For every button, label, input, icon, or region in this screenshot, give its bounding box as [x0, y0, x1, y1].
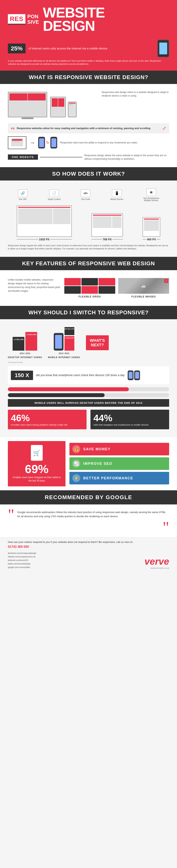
- section2-header: SO HOW DOES IT WORK?: [0, 167, 177, 181]
- mobile-year-2015: 2015: [65, 352, 69, 354]
- one-website-label: ONE WEBSITE: [8, 154, 38, 160]
- stat-box-44: 44% claim that navigation was troublesom…: [91, 410, 169, 429]
- tablet-section: 🛒 69% of tablet users have shopped via t…: [0, 437, 177, 490]
- times-row: 150 X did you know that smartphone users…: [8, 366, 169, 384]
- hero-stat-section: 25% of internet users only access the in…: [0, 37, 177, 71]
- recommended-title: RECOMMENDED BY GOOGLE: [8, 494, 169, 500]
- comscore-note: *ComScore Survey: [8, 362, 169, 363]
- flexible-grids-visual: FLEXIBLE GRIDS: [64, 278, 115, 298]
- performance-icon: ⚡: [72, 474, 80, 482]
- bracket-460: 460 PX: [143, 238, 160, 241]
- what-is-section: Responsive web design refers to a websit…: [0, 84, 177, 167]
- desktop-year-2015: 2015: [25, 352, 30, 354]
- mobile-value-2014: 800 MILLION: [65, 328, 74, 330]
- desktop-chart-group: 1.4 BILLION 1.6 BILLION 2014 2015 DESKTO…: [8, 327, 42, 359]
- monitor-device: [8, 92, 47, 117]
- content-icon: 📄: [49, 189, 59, 197]
- progress-bar-2: [8, 393, 169, 397]
- px-label-768: 768 PX: [103, 238, 112, 241]
- section4-title: WHY SHOULD I SWITCH TO RESPONSIVE?: [28, 309, 149, 315]
- grid-cell-1: [64, 278, 81, 286]
- times-badge: 150 X: [11, 371, 33, 380]
- grid-cell-6: [99, 286, 115, 294]
- phone-device: [68, 102, 77, 117]
- cart-icon-box: 🛒: [31, 445, 43, 461]
- tablet-device: [50, 97, 66, 117]
- phone-screen1: [39, 138, 44, 147]
- footer-links-col: facebook.com/vervegruopdesign linkedin.c…: [8, 552, 36, 569]
- px-block-1920: 1920 PX: [17, 206, 72, 241]
- percent-44: 44%: [94, 413, 166, 424]
- content-label: Single Content: [48, 198, 61, 200]
- phone-screen-s2: [135, 372, 139, 379]
- verve-logo: verve: [145, 556, 169, 567]
- desktop-bar-2015: 1.6 BILLION: [25, 332, 37, 351]
- hero-stat-text: of internet users only access the intern…: [28, 46, 154, 51]
- screen-1920: [17, 206, 72, 237]
- phone-demo2: [50, 137, 57, 149]
- percent-46: 46%: [11, 413, 83, 424]
- icon-content: 📄 Single Content: [48, 189, 61, 200]
- desktop-value-2015: 1.6 BILLION: [26, 333, 36, 336]
- footer-website: www.verveuk.co.uk: [145, 567, 169, 569]
- section1-header: WHAT IS RESPONSIVE WEBSITE DESIGN?: [0, 71, 177, 84]
- resize-arrows-icon: ⇔: [11, 126, 15, 131]
- desktop-bar-2014: 1.4 BILLION: [12, 337, 24, 351]
- desktop-years: 2014 2015: [20, 352, 30, 354]
- devices-display: [8, 92, 98, 117]
- users-chart: 1.4 BILLION 1.6 BILLION 2014 2015 DESKTO…: [8, 327, 169, 359]
- quote-section: " Google recommends webmasters follow th…: [0, 504, 177, 537]
- footer-link-fb[interactable]: facebook.com/vervegruopdesign: [8, 552, 36, 555]
- grid-cell-3: [99, 278, 115, 286]
- footer-logo-col: verve www.verveuk.co.uk: [145, 556, 169, 569]
- phone-small-1: [128, 370, 133, 380]
- feature-seo-label: IMPROVE SEO: [83, 462, 112, 466]
- feature-save-money: 💰 SAVE MONEY: [70, 443, 169, 455]
- mobile-bar-container: 800 MILLION 1.9 BILLION: [54, 327, 74, 351]
- stats-row: 46% of mobile users report having proble…: [8, 410, 169, 429]
- section1-desc1: Responsive web design refers to a websit…: [102, 90, 169, 97]
- section2-title: SO HOW DOES IT WORK?: [52, 171, 125, 177]
- feature1-label: FLEXIBLE GRIDS: [79, 295, 101, 298]
- phone-screen: [159, 42, 167, 54]
- one-website-desc: Responsive design allows the same websit…: [84, 154, 169, 161]
- features-row: Unlike isolated mobile websites, respons…: [8, 278, 169, 298]
- code-label: One Code: [81, 198, 90, 200]
- desktop-bar-container: 1.4 BILLION 1.6 BILLION: [12, 327, 37, 351]
- footer-link-li[interactable]: linkedin.com/company/verve-uk: [8, 555, 36, 559]
- feature-performance-label: BETTER PERFORMANCE: [83, 476, 133, 480]
- one-website-line: [40, 157, 82, 157]
- progress-fill-1: [8, 387, 129, 391]
- section1-title: WHAT IS RESPONSIVE WEBSITE DESIGN?: [29, 74, 148, 80]
- website-text: WEBSITEDESIGN: [43, 6, 105, 33]
- hero-small-desc: Is your website optimised effectively fo…: [8, 59, 169, 66]
- quote-text: Google recommends webmasters follow the …: [17, 510, 169, 519]
- save-money-icon: 💰: [72, 445, 80, 453]
- res-box: RES: [8, 14, 25, 25]
- how-section: 🔗 One URL 📄 Single Content </> One Code …: [0, 181, 177, 257]
- surpass-text: MOBILE USERS WILL SURPASS DESKTOP USERS …: [8, 399, 169, 407]
- footer-link-pin[interactable]: pinterest.com/verve101: [8, 559, 36, 562]
- smartphone-text: did you know that smartphone users check…: [36, 373, 125, 377]
- mobile-label: MOBILE INTERNET USERS: [48, 356, 80, 359]
- url-icon: 🔗: [18, 189, 28, 197]
- tablet-right: 💰 SAVE MONEY 📈 IMPROVE SEO ⚡ BETTER PERF…: [70, 441, 169, 486]
- footer-link-tw[interactable]: twitter.com/verveukdesign: [8, 562, 36, 566]
- quote-close: ": [8, 521, 169, 533]
- recommended-section: RECOMMENDED BY GOOGLE: [0, 490, 177, 504]
- desktop-value-2014: 1.4 BILLION: [14, 338, 24, 340]
- section1-desc3: Responsive sites have the ability to res…: [60, 141, 169, 145]
- devices-label: One DevelopmentMultiple Devices: [143, 197, 159, 202]
- bracket-768: 768 PX: [92, 238, 123, 241]
- mobile-value-2015: 1.9 BILLION: [65, 337, 74, 339]
- grid-cell-2: [81, 278, 98, 286]
- queries-icon: 📱: [112, 189, 122, 197]
- bracket-1920: 1920 PX: [17, 238, 72, 241]
- one-website-row: → ↻ Responsive sites have the ability to…: [8, 136, 169, 149]
- px-label-1920: 1920 PX: [39, 238, 50, 241]
- stat-row: 25% of internet users only access the in…: [8, 40, 169, 57]
- res-text: RES: [10, 15, 23, 22]
- footer-cta: How can your visitors respond to you if …: [8, 540, 169, 544]
- phone-demo1: [38, 137, 45, 149]
- footer-link-gp[interactable]: google.com/+verveukldev: [8, 566, 36, 569]
